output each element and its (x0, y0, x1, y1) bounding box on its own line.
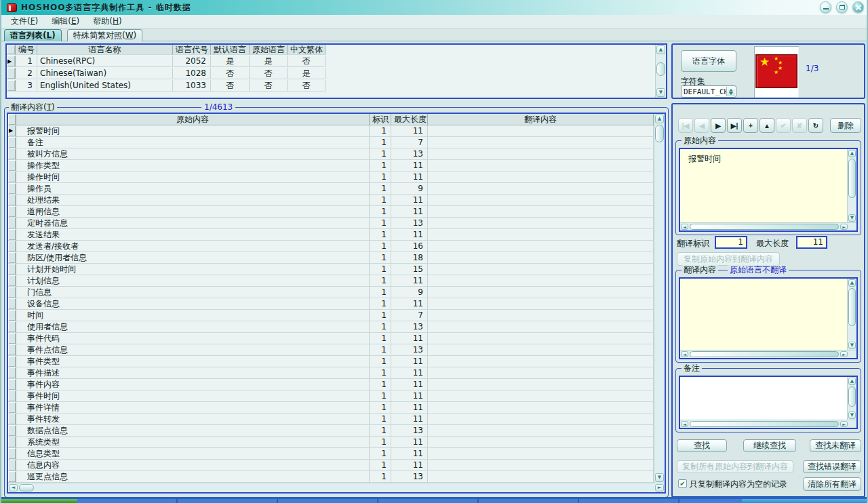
translation-row[interactable]: ▶ 处理结果 1 11 (8, 195, 654, 206)
translation-row[interactable]: ▶ 计划开始时间 1 15 (8, 264, 654, 275)
translation-row[interactable]: ▶ 事件内容 1 11 (8, 379, 654, 390)
nav-button-prior[interactable]: ◀ (694, 118, 709, 133)
scroll-thumb[interactable] (690, 351, 839, 357)
nav-button-refresh[interactable]: ↻ (808, 118, 823, 133)
translation-textarea[interactable]: ▲ ▼ ◄ ► (679, 277, 858, 359)
start-button[interactable] (1, 499, 77, 503)
nav-button-insert[interactable]: + (743, 118, 758, 133)
language-row[interactable]: ▶ 2 Chinese(Taiwan) 1028 否 否 是 (7, 68, 655, 80)
language-row[interactable]: ▶ 3 English(United States) 1033 否 否 否 (7, 80, 655, 92)
scroll-thumb[interactable] (19, 484, 34, 491)
textarea-vscrollbar[interactable]: ▲ ▼ (847, 149, 856, 222)
minimize-button[interactable] (820, 1, 831, 13)
copy-source-to-translation-button[interactable]: 复制原始内容到翻译内容 (677, 252, 780, 266)
system-tray[interactable] (742, 499, 867, 503)
translation-row[interactable]: ▶ 信息类型 1 11 (8, 448, 654, 460)
source-textarea[interactable]: 报警时间 ▲ ▼ ◄ ► (679, 148, 858, 232)
translation-row[interactable]: ▶ 事件时间 1 11 (8, 390, 654, 402)
clear-all-translations-button[interactable]: 清除所有翻译 (803, 477, 861, 491)
scroll-thumb[interactable] (655, 125, 664, 142)
charset-select[interactable]: DEFAULT_CH (681, 85, 736, 98)
translation-row[interactable]: ▶ 事件代码 1 11 (8, 333, 654, 344)
translation-row[interactable]: ▶ 设备信息 1 11 (8, 298, 654, 310)
scroll-down-icon[interactable]: ▼ (656, 88, 665, 97)
translation-row[interactable]: ▶ 事件点信息 1 13 (8, 344, 654, 356)
nav-button-next[interactable]: ▶ (711, 118, 726, 133)
translation-row[interactable]: ▶ 操作员 1 9 (8, 183, 654, 195)
translation-row[interactable]: ▶ 道闸信息 1 11 (8, 206, 654, 218)
scroll-thumb[interactable] (656, 62, 665, 76)
scroll-down-icon[interactable]: ▼ (848, 342, 856, 349)
language-font-button[interactable]: 语言字体 (681, 50, 736, 72)
translation-row[interactable]: ▶ 发送结果 1 11 (8, 229, 654, 241)
scroll-thumb[interactable] (848, 386, 856, 407)
scroll-thumb[interactable] (848, 159, 856, 198)
scroll-left-icon[interactable]: ◄ (681, 421, 688, 427)
translation-table-hscrollbar[interactable]: ◄ ► (8, 483, 665, 492)
scroll-right-icon[interactable]: ► (655, 484, 664, 491)
scroll-down-icon[interactable]: ▼ (848, 214, 856, 222)
taskbar-items[interactable] (77, 499, 742, 503)
translation-row[interactable]: ▶ 使用者信息 1 13 (8, 321, 654, 333)
scroll-up-icon[interactable]: ▲ (848, 150, 856, 157)
translation-row[interactable]: ▶ 事件类型 1 11 (8, 356, 654, 367)
nav-button-first[interactable]: |◀ (678, 118, 693, 133)
textarea-hscrollbar[interactable]: ◄ ► (680, 222, 856, 230)
translation-row[interactable]: ▶ 事件转发 1 11 (8, 414, 654, 425)
scroll-left-icon[interactable]: ◄ (681, 351, 688, 357)
scroll-down-icon[interactable]: ▼ (655, 473, 664, 482)
language-table-vscrollbar[interactable]: ▲ ▼ (655, 45, 666, 98)
translation-row[interactable]: ▶ 事件详情 1 11 (8, 402, 654, 414)
nav-button-post[interactable]: ✔ (776, 118, 791, 133)
scroll-thumb[interactable] (690, 224, 839, 230)
translation-row[interactable]: ▶ 时间 1 7 (8, 310, 654, 321)
menu-item[interactable]: 文件(F) (4, 15, 45, 28)
copy-all-button[interactable]: 复制所有原始内容到翻译内容 (677, 460, 793, 473)
textarea-vscrollbar[interactable]: ▲ ▼ (847, 279, 856, 350)
close-button[interactable] (852, 1, 864, 13)
scroll-thumb[interactable] (848, 288, 856, 326)
note-textarea[interactable]: ▲ ▼ ◄ ► (679, 376, 858, 429)
scroll-up-icon[interactable]: ▲ (655, 115, 664, 123)
scroll-up-icon[interactable]: ▲ (848, 378, 856, 385)
translation-row[interactable]: ▶ 发送者/接收者 1 16 (8, 241, 654, 252)
scroll-up-icon[interactable]: ▲ (656, 45, 665, 54)
find-untranslated-button[interactable]: 查找未翻译 (810, 439, 861, 452)
nav-button-cancel[interactable]: ✘ (792, 118, 807, 133)
menu-item[interactable]: 帮助(H) (86, 15, 128, 28)
scroll-up-icon[interactable]: ▲ (848, 279, 856, 287)
scroll-right-icon[interactable]: ► (840, 351, 848, 357)
nav-button-edit[interactable]: ▲ (760, 118, 774, 133)
find-error-button[interactable]: 查找错误翻译 (803, 460, 861, 473)
translation-row[interactable]: ▶ 定时器信息 1 13 (8, 218, 654, 229)
scroll-left-icon[interactable]: ◄ (681, 224, 688, 230)
translation-row[interactable]: ▶ 被叫方信息 1 13 (8, 148, 654, 160)
scroll-down-icon[interactable]: ▼ (848, 411, 856, 419)
translation-row[interactable]: ▶ 操作时间 1 11 (8, 172, 654, 183)
textarea-hscrollbar[interactable]: ◄ ► (680, 350, 856, 358)
translation-row[interactable]: ▶ 系统类型 1 11 (8, 437, 654, 448)
textarea-vscrollbar[interactable]: ▲ ▼ (847, 377, 856, 420)
translation-row[interactable]: ▶ 门信息 1 9 (8, 287, 654, 298)
find-button[interactable]: 查找 (677, 439, 727, 452)
find-next-button[interactable]: 继续查找 (743, 439, 796, 452)
translation-row[interactable]: ▶ 防区/使用者信息 1 18 (8, 252, 654, 264)
maximize-button[interactable] (836, 1, 848, 13)
textarea-hscrollbar[interactable]: ◄ ► (680, 420, 856, 428)
tab-language-list[interactable]: 语言列表(L) (4, 29, 62, 41)
translation-table-vscrollbar[interactable]: ▲ ▼ (654, 114, 665, 483)
tab-simplified-traditional[interactable]: 特殊简繁对照(W) (67, 29, 142, 41)
delete-button[interactable]: 删除 (830, 118, 861, 133)
flag-input[interactable]: 1 (715, 236, 747, 249)
combo-updown-icon[interactable] (726, 87, 735, 96)
translation-row[interactable]: ▶ 备注 1 7 (8, 137, 654, 148)
only-empty-checkbox[interactable]: ✔ (678, 479, 687, 488)
scroll-left-icon[interactable]: ◄ (9, 484, 18, 491)
scroll-right-icon[interactable]: ► (840, 421, 848, 427)
translation-row[interactable]: ▶ 信息内容 1 11 (8, 460, 654, 471)
nav-button-last[interactable]: ▶| (727, 118, 742, 133)
translation-row[interactable]: ▶ 数据点信息 1 13 (8, 425, 654, 437)
menu-item[interactable]: 编辑(E) (45, 15, 86, 28)
translation-row[interactable]: ▶ 事件描述 1 11 (8, 367, 654, 379)
translation-row[interactable]: ▶ 操作类型 1 11 (8, 160, 654, 172)
